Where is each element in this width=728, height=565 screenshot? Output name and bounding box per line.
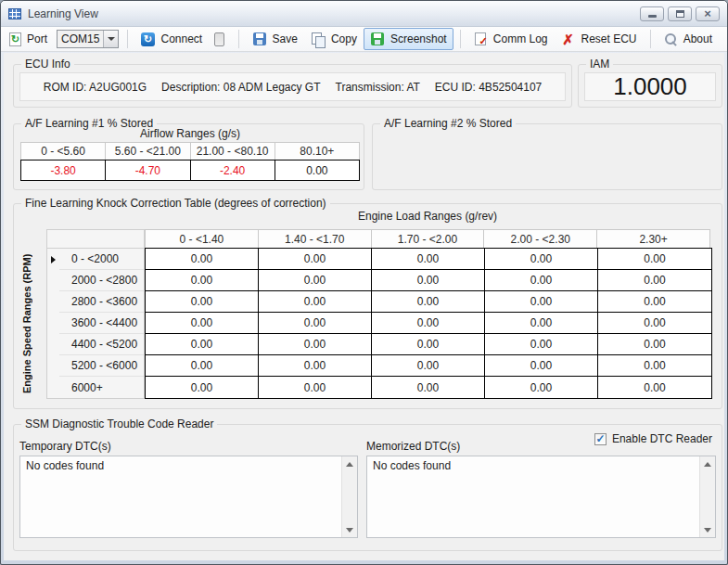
knock-value-cell[interactable]: 0.00 (485, 270, 598, 291)
port-combobox[interactable]: COM15 (57, 30, 119, 48)
knock-row-selector[interactable] (47, 291, 59, 313)
port-combobox-value[interactable]: COM15 (57, 31, 103, 47)
knock-value-cell[interactable]: 0.00 (598, 270, 711, 291)
port-refresh-icon[interactable]: ↻ (9, 32, 21, 46)
knock-row-header[interactable]: 2000 - <2800 (59, 270, 144, 291)
knock-value-cell[interactable]: 0.00 (485, 291, 598, 313)
scroll-down-button[interactable] (700, 522, 715, 537)
knock-value-cell[interactable]: 0.00 (598, 313, 711, 334)
knock-value-cell[interactable]: 0.00 (598, 355, 711, 377)
knock-value-cell[interactable]: 0.00 (146, 291, 259, 313)
knock-row-header[interactable]: 2800 - <3600 (59, 291, 144, 313)
knock-value-cell[interactable]: 0.00 (259, 291, 372, 313)
knock-value-cell[interactable]: 0.00 (372, 270, 485, 291)
memorized-dtc-textarea[interactable]: No codes found (366, 456, 716, 538)
knock-value-cell[interactable]: 0.00 (372, 334, 485, 355)
knock-value-cell[interactable]: 0.00 (146, 249, 259, 270)
knock-value-cell[interactable]: 0.00 (372, 249, 485, 270)
knock-value-cell[interactable]: 0.00 (598, 334, 711, 355)
knock-value-cell[interactable]: 0.00 (259, 313, 372, 334)
knock-value-cell[interactable]: 0.00 (485, 377, 598, 398)
knock-value-cell[interactable]: 0.00 (598, 377, 711, 398)
knock-row-selector[interactable] (47, 334, 59, 355)
knock-value-cell[interactable]: 0.00 (259, 334, 372, 355)
about-icon (663, 32, 678, 46)
temporary-dtc-scrollbar[interactable] (341, 456, 357, 537)
close-icon: × (704, 7, 711, 19)
knock-row-selector[interactable] (47, 270, 59, 291)
iam-group-label: IAM (586, 58, 613, 71)
knock-row-selector[interactable] (47, 313, 59, 334)
knock-value-cell[interactable]: 0.00 (259, 355, 372, 377)
about-label: About (683, 33, 712, 45)
reset-ecu-button[interactable]: ✗ Reset ECU (554, 28, 643, 50)
connection-progress-bar (214, 32, 224, 46)
knock-row-header[interactable]: 6000+ (59, 377, 144, 398)
knock-value-cell[interactable]: 0.00 (146, 334, 259, 355)
minimize-button[interactable] (640, 6, 664, 21)
learning-view-window: Learning View × ↻ Port COM15 ↻ Connect S… (0, 0, 728, 565)
knock-row-header[interactable]: 4400 - <5200 (59, 334, 144, 355)
knock-correction-group: Fine Learning Knock Correction Table (de… (13, 203, 722, 409)
iam-panel: 1.0000 (584, 72, 716, 101)
knock-value-cell[interactable]: 0.00 (146, 270, 259, 291)
knock-value-cell[interactable]: 0.00 (485, 249, 598, 270)
knock-column-header: 2.00 - <2.30 (484, 230, 597, 248)
temporary-dtc-textarea[interactable]: No codes found (19, 456, 358, 538)
connect-button[interactable]: ↻ Connect (134, 28, 210, 50)
save-label: Save (273, 33, 298, 45)
maximize-button[interactable] (668, 6, 692, 21)
knock-value-cell[interactable]: 0.00 (485, 313, 598, 334)
airflow-ranges-axis-label: Airflow Ranges (g/s) (20, 127, 360, 140)
knock-value-cell[interactable]: 0.00 (259, 270, 372, 291)
knock-row-header[interactable]: 3600 - <4400 (59, 313, 144, 334)
arrow-up-icon (346, 462, 353, 467)
comm-log-button[interactable]: Comm Log (466, 28, 555, 50)
reset-ecu-label: Reset ECU (581, 33, 636, 45)
arrow-up-icon (704, 462, 711, 467)
close-button[interactable]: × (696, 6, 720, 21)
knock-value-cell[interactable]: 0.00 (485, 334, 598, 355)
knock-value-cell[interactable]: 0.00 (485, 355, 598, 377)
knock-row-selector[interactable] (47, 377, 59, 398)
knock-column-header: 0 - <1.40 (146, 230, 259, 248)
knock-value-cell[interactable]: 0.00 (598, 249, 711, 270)
save-button[interactable]: Save (246, 28, 304, 50)
knock-value-cell[interactable]: 0.00 (146, 355, 259, 377)
iam-group: IAM 1.0000 (578, 64, 722, 108)
knock-value-cell[interactable]: 0.00 (259, 377, 372, 398)
scroll-up-button[interactable] (700, 456, 715, 471)
af1-header-row: 0 - <5.605.60 - <21.0021.00 - <80.1080.1… (20, 142, 360, 161)
scroll-down-button[interactable] (342, 522, 357, 537)
af-learning-1-group: A/F Learning #1 % Stored Airflow Ranges … (13, 123, 364, 190)
knock-value-cell[interactable]: 0.00 (598, 291, 711, 313)
knock-value-cell[interactable]: 0.00 (259, 249, 372, 270)
scroll-up-button[interactable] (342, 456, 357, 471)
knock-row-header[interactable]: 5200 - <6000 (59, 355, 144, 377)
knock-value-cell[interactable]: 0.00 (372, 355, 485, 377)
knock-row-selector[interactable] (47, 355, 59, 377)
screenshot-icon (370, 32, 385, 46)
knock-value-cell[interactable]: 0.00 (146, 313, 259, 334)
screenshot-button[interactable]: Screenshot (364, 28, 453, 50)
about-button[interactable]: About (657, 28, 719, 50)
enable-dtc-reader[interactable]: ✓ Enable DTC Reader (594, 432, 712, 445)
knock-row-selector[interactable] (47, 249, 59, 270)
window-title: Learning View (28, 7, 98, 20)
knock-value-cell[interactable]: 0.00 (372, 377, 485, 398)
arrow-down-icon (346, 528, 353, 533)
comm-log-label: Comm Log (493, 33, 548, 45)
copy-label: Copy (331, 33, 357, 45)
minimize-icon (648, 15, 657, 18)
enable-dtc-checkbox[interactable]: ✓ (594, 433, 607, 445)
copy-button[interactable]: Copy (304, 28, 364, 50)
titlebar[interactable]: Learning View × (1, 1, 727, 27)
memorized-dtc-scrollbar[interactable] (699, 456, 715, 537)
temporary-dtc-text: No codes found (26, 459, 104, 472)
knock-column-header: 2.30+ (597, 230, 709, 248)
port-combobox-arrow[interactable] (103, 31, 118, 47)
knock-value-cell[interactable]: 0.00 (372, 313, 485, 334)
knock-value-cell[interactable]: 0.00 (146, 377, 259, 398)
knock-row-header[interactable]: 0 - <2000 (59, 249, 144, 270)
knock-value-cell[interactable]: 0.00 (372, 291, 485, 313)
